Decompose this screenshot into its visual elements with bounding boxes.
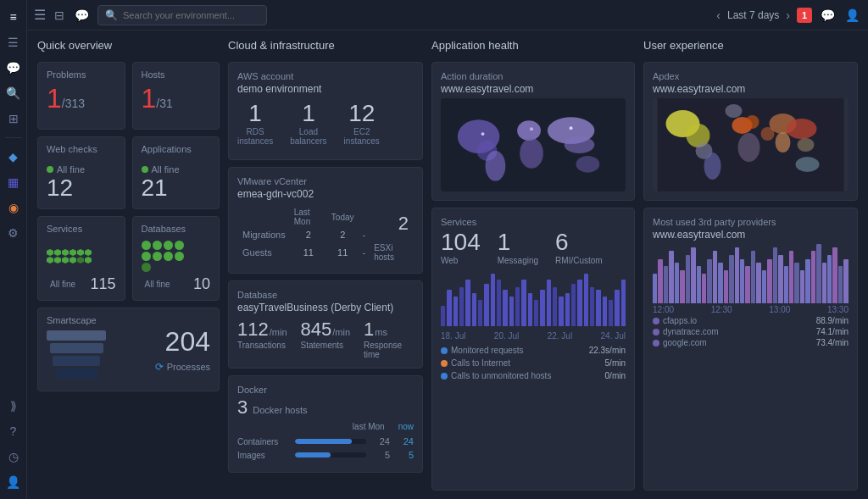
services-label: Services <box>47 224 116 234</box>
services-health-metrics: 104 Web 1 Messaging 6 RMI/Custom <box>441 229 626 265</box>
messages-icon[interactable]: 💬 <box>821 8 835 22</box>
services-xaxis: 18. Jul 20. Jul 22. Jul 24. Jul <box>441 331 626 341</box>
sidebar-search-icon[interactable]: 🔍 <box>3 83 24 103</box>
svg-point-24 <box>726 104 743 118</box>
sidebar: ≡ ☰ 💬 🔍 ⊞ ◆ ▦ ◉ ⚙ ⟫ ? ◷ 👤 <box>0 0 27 499</box>
ec2-label: EC2instances <box>344 127 380 146</box>
sidebar-settings-icon[interactable]: ⚙ <box>3 223 24 243</box>
quick-overview-column: Quick overview Problems 1/313 Hosts 1/31 <box>37 39 220 491</box>
services-card[interactable]: Services <box>37 216 125 301</box>
topbar: ☰ ⊟ 💬 🔍 ‹ Last 7 days › 1 💬 👤 <box>27 0 868 30</box>
problems-card[interactable]: Problems 1/313 <box>37 62 125 130</box>
sidebar-help-icon[interactable]: ? <box>3 421 24 441</box>
applications-status: All fine <box>142 164 211 175</box>
sidebar-person-icon[interactable]: 👤 <box>3 472 24 492</box>
provider-rows: cfapps.io88.9/mindynatrace.com74.1/mingo… <box>653 316 849 347</box>
vmware-subheader: emea-gdn-vc002 <box>237 188 414 200</box>
sidebar-expand-icon[interactable]: ⟫ <box>3 396 24 416</box>
time-range-label: Last 7 days <box>727 9 779 21</box>
smartscape-label: Smartscape <box>47 315 147 325</box>
sidebar-clock-icon[interactable]: ◷ <box>3 446 24 467</box>
database-header: Database <box>237 290 414 300</box>
svg-point-2 <box>486 151 506 181</box>
docker-hosts-row: 3 Docker hosts <box>237 396 414 419</box>
vmware-header: VMware vCenter <box>237 176 414 186</box>
vmware-card[interactable]: VMware vCenter emea-gdn-vc002 Last Mon T… <box>228 167 423 274</box>
third-party-bar-chart <box>653 244 849 303</box>
smartscape-layers <box>47 330 106 379</box>
apdex-subheader: www.easytravel.com <box>653 83 849 95</box>
notification-badge[interactable]: 1 <box>797 8 812 23</box>
applications-card[interactable]: Applications All fine 21 <box>132 136 220 209</box>
databases-card[interactable]: Databases All <box>132 216 220 301</box>
smartscape-card[interactable]: Smartscape 204 ⟳ Processes <box>37 308 220 391</box>
database-card[interactable]: Database easyTravelBusiness (Derby Clien… <box>228 280 423 369</box>
load-value: 1 <box>290 100 326 127</box>
docker-card[interactable]: Docker 3 Docker hosts last Mon now Conta… <box>228 375 423 473</box>
hosts-label: Hosts <box>142 69 211 80</box>
svg-point-25 <box>776 132 791 152</box>
sidebar-bottom: ⟫ ? ◷ 👤 <box>3 396 24 499</box>
svg-point-22 <box>798 138 815 152</box>
aws-card[interactable]: AWS account demo environment 1 RDSinstan… <box>228 62 423 160</box>
sidebar-user-icon[interactable]: ◉ <box>3 197 24 218</box>
sidebar-menu-icon[interactable]: ☰ <box>3 32 24 53</box>
user-experience-column: User experience Apdex www.easytravel.com <box>643 39 858 491</box>
rds-value: 1 <box>237 100 273 127</box>
services-hex-grid <box>47 249 97 263</box>
quick-overview-title: Quick overview <box>37 39 220 52</box>
apdex-world-map <box>653 98 849 191</box>
app-health-title: Application health <box>431 39 635 52</box>
third-party-card[interactable]: Most used 3rd party providers www.easytr… <box>643 208 858 491</box>
provider-row: dynatrace.com74.1/min <box>653 327 849 336</box>
rds-label: RDSinstances <box>237 127 273 146</box>
process-label: ⟳ Processes <box>155 361 210 373</box>
ec2-value: 12 <box>344 100 380 127</box>
sidebar-home-icon[interactable]: ≡ <box>3 7 24 27</box>
problems-value: 1/313 <box>47 83 116 114</box>
time-prev-button[interactable]: ‹ <box>716 8 721 22</box>
services-bar-chart <box>441 270 626 330</box>
aws-subheader: demo environment <box>237 83 414 95</box>
provider-row: cfapps.io88.9/min <box>653 316 849 325</box>
third-party-xaxis: 12:00 12:30 13:00 13:30 <box>653 305 849 314</box>
sidebar-chat-icon[interactable]: 💬 <box>3 58 24 78</box>
web-checks-card[interactable]: Web checks All fine 12 <box>37 136 125 209</box>
svg-point-7 <box>576 156 600 173</box>
docker-header: Docker <box>237 385 414 395</box>
problems-label: Problems <box>47 69 116 80</box>
main-content: ☰ ⊟ 💬 🔍 ‹ Last 7 days › 1 💬 👤 Quick over… <box>27 0 868 499</box>
esxi-value: 2 <box>370 207 412 241</box>
svg-point-18 <box>738 133 760 162</box>
databases-circles-grid <box>142 241 191 272</box>
services-health-card[interactable]: Services 104 Web 1 Messaging 6 RMI/Custo… <box>431 208 635 491</box>
applications-value: 21 <box>142 175 211 202</box>
applications-label: Applications <box>142 144 211 154</box>
services-health-header: Services <box>441 217 626 227</box>
apdex-card[interactable]: Apdex www.easytravel.com <box>643 62 858 201</box>
svg-point-17 <box>746 115 760 129</box>
windows-icon[interactable]: ⊟ <box>54 8 64 22</box>
app-health-column: Application health Action duration www.e… <box>431 39 635 491</box>
vm-table: Last Mon Today 2 Migrations 2 2 - Guests… <box>237 205 414 264</box>
sidebar-apps-icon[interactable]: ◆ <box>3 147 24 167</box>
sidebar-infra-icon[interactable]: ▦ <box>3 172 24 192</box>
svg-point-8 <box>481 132 485 136</box>
third-party-header: Most used 3rd party providers <box>653 217 849 227</box>
database-subheader: easyTravelBusiness (Derby Client) <box>237 302 414 313</box>
apdex-header: Apdex <box>653 71 849 81</box>
chat-icon[interactable]: 💬 <box>75 8 89 22</box>
hamburger-icon[interactable]: ☰ <box>34 7 46 23</box>
aws-header: AWS account <box>237 71 414 81</box>
web-checks-status: All fine <box>47 164 116 175</box>
hosts-card[interactable]: Hosts 1/31 <box>132 62 220 130</box>
time-next-button[interactable]: › <box>786 8 790 22</box>
hosts-value: 1/31 <box>142 83 211 114</box>
sidebar-grid-icon[interactable]: ⊞ <box>3 108 24 129</box>
search-input[interactable] <box>123 10 259 20</box>
user-experience-title: User experience <box>643 39 858 52</box>
profile-icon[interactable]: 👤 <box>845 8 860 22</box>
search-box[interactable]: 🔍 <box>97 5 267 25</box>
svg-point-4 <box>520 138 543 169</box>
action-duration-card[interactable]: Action duration www.easytravel.com <box>431 62 635 201</box>
